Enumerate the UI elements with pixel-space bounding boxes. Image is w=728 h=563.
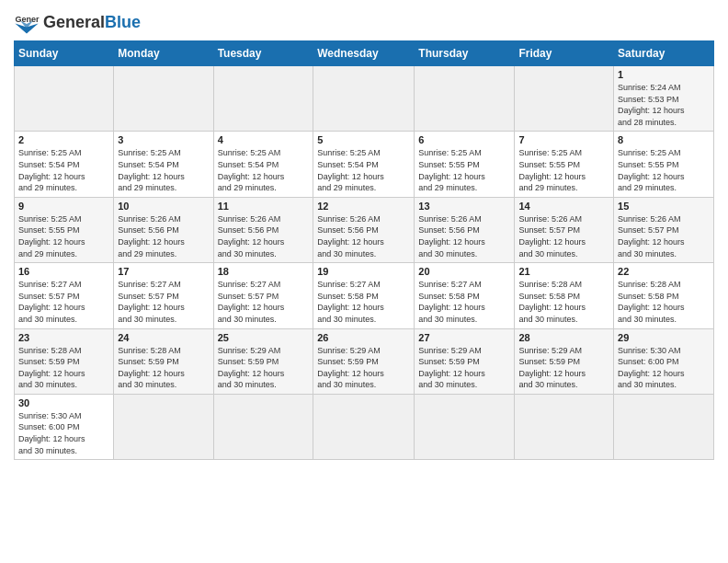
day-info: Sunrise: 5:28 AM Sunset: 5:58 PM Dayligh… <box>618 279 710 325</box>
calendar-day-cell: 18Sunrise: 5:27 AM Sunset: 5:57 PM Dayli… <box>213 263 313 328</box>
calendar-day-cell <box>313 66 415 132</box>
calendar-week-row: 2Sunrise: 5:25 AM Sunset: 5:54 PM Daylig… <box>15 132 714 197</box>
day-info: Sunrise: 5:27 AM Sunset: 5:57 PM Dayligh… <box>118 279 209 325</box>
calendar-day-cell: 22Sunrise: 5:28 AM Sunset: 5:58 PM Dayli… <box>614 263 714 328</box>
day-number: 18 <box>218 266 310 277</box>
day-number: 27 <box>418 332 510 343</box>
calendar-day-cell: 4Sunrise: 5:25 AM Sunset: 5:54 PM Daylig… <box>213 132 313 197</box>
calendar-day-cell <box>114 66 213 132</box>
day-number: 28 <box>518 332 609 343</box>
day-info: Sunrise: 5:25 AM Sunset: 5:54 PM Dayligh… <box>118 147 209 193</box>
calendar-day-cell: 6Sunrise: 5:25 AM Sunset: 5:55 PM Daylig… <box>415 132 515 197</box>
day-of-week-header: Monday <box>114 41 213 66</box>
calendar-day-cell <box>213 66 313 132</box>
day-number: 6 <box>418 134 510 145</box>
day-number: 10 <box>118 201 209 212</box>
calendar-day-cell: 1Sunrise: 5:24 AM Sunset: 5:53 PM Daylig… <box>614 66 714 132</box>
day-info: Sunrise: 5:29 AM Sunset: 5:59 PM Dayligh… <box>518 345 609 391</box>
day-info: Sunrise: 5:29 AM Sunset: 5:59 PM Dayligh… <box>218 345 310 391</box>
day-info: Sunrise: 5:26 AM Sunset: 5:56 PM Dayligh… <box>418 213 510 259</box>
calendar-day-cell: 20Sunrise: 5:27 AM Sunset: 5:58 PM Dayli… <box>415 263 515 328</box>
calendar-day-cell: 29Sunrise: 5:30 AM Sunset: 6:00 PM Dayli… <box>614 328 714 394</box>
day-info: Sunrise: 5:28 AM Sunset: 5:59 PM Dayligh… <box>18 345 109 391</box>
calendar-week-row: 23Sunrise: 5:28 AM Sunset: 5:59 PM Dayli… <box>15 328 714 394</box>
day-number: 29 <box>618 332 710 343</box>
calendar-week-row: 30Sunrise: 5:30 AM Sunset: 6:00 PM Dayli… <box>15 394 714 459</box>
day-of-week-header: Sunday <box>15 41 114 66</box>
day-info: Sunrise: 5:28 AM Sunset: 5:59 PM Dayligh… <box>118 345 209 391</box>
day-number: 11 <box>218 201 310 212</box>
day-info: Sunrise: 5:26 AM Sunset: 5:57 PM Dayligh… <box>618 213 710 259</box>
calendar-day-cell <box>515 66 614 132</box>
day-info: Sunrise: 5:27 AM Sunset: 5:58 PM Dayligh… <box>418 279 510 325</box>
calendar-day-cell: 30Sunrise: 5:30 AM Sunset: 6:00 PM Dayli… <box>15 394 114 459</box>
day-of-week-header: Thursday <box>415 41 515 66</box>
calendar-day-cell <box>614 394 714 459</box>
day-number: 2 <box>18 134 109 145</box>
day-info: Sunrise: 5:25 AM Sunset: 5:55 PM Dayligh… <box>518 147 609 193</box>
day-info: Sunrise: 5:27 AM Sunset: 5:57 PM Dayligh… <box>18 279 109 325</box>
logo: General GeneralBlue <box>14 9 141 35</box>
day-info: Sunrise: 5:30 AM Sunset: 6:00 PM Dayligh… <box>18 410 109 456</box>
calendar-day-cell: 8Sunrise: 5:25 AM Sunset: 5:55 PM Daylig… <box>614 132 714 197</box>
day-number: 26 <box>317 332 410 343</box>
day-number: 25 <box>218 332 310 343</box>
day-number: 19 <box>317 266 410 277</box>
calendar-day-cell: 28Sunrise: 5:29 AM Sunset: 5:59 PM Dayli… <box>515 328 614 394</box>
calendar-week-row: 16Sunrise: 5:27 AM Sunset: 5:57 PM Dayli… <box>15 263 714 328</box>
calendar-day-cell: 16Sunrise: 5:27 AM Sunset: 5:57 PM Dayli… <box>15 263 114 328</box>
day-of-week-header: Tuesday <box>213 41 313 66</box>
day-info: Sunrise: 5:29 AM Sunset: 5:59 PM Dayligh… <box>418 345 510 391</box>
calendar-day-cell: 9Sunrise: 5:25 AM Sunset: 5:55 PM Daylig… <box>15 197 114 262</box>
calendar-day-cell: 5Sunrise: 5:25 AM Sunset: 5:54 PM Daylig… <box>313 132 415 197</box>
calendar-day-cell <box>15 66 114 132</box>
calendar-day-cell: 26Sunrise: 5:29 AM Sunset: 5:59 PM Dayli… <box>313 328 415 394</box>
day-number: 15 <box>618 201 710 212</box>
day-info: Sunrise: 5:26 AM Sunset: 5:56 PM Dayligh… <box>118 213 209 259</box>
day-number: 3 <box>118 134 209 145</box>
day-info: Sunrise: 5:26 AM Sunset: 5:56 PM Dayligh… <box>317 213 410 259</box>
calendar-day-cell <box>515 394 614 459</box>
generalblue-logo-icon: General <box>14 9 40 35</box>
svg-text:General: General <box>15 15 40 24</box>
calendar-day-cell <box>114 394 213 459</box>
day-number: 24 <box>118 332 209 343</box>
calendar-day-cell: 12Sunrise: 5:26 AM Sunset: 5:56 PM Dayli… <box>313 197 415 262</box>
day-info: Sunrise: 5:25 AM Sunset: 5:54 PM Dayligh… <box>317 147 410 193</box>
day-info: Sunrise: 5:25 AM Sunset: 5:55 PM Dayligh… <box>618 147 710 193</box>
day-info: Sunrise: 5:26 AM Sunset: 5:56 PM Dayligh… <box>218 213 310 259</box>
calendar-header: SundayMondayTuesdayWednesdayThursdayFrid… <box>15 41 714 66</box>
day-info: Sunrise: 5:29 AM Sunset: 5:59 PM Dayligh… <box>317 345 410 391</box>
calendar-day-cell: 21Sunrise: 5:28 AM Sunset: 5:58 PM Dayli… <box>515 263 614 328</box>
day-of-week-header: Friday <box>515 41 614 66</box>
day-info: Sunrise: 5:26 AM Sunset: 5:57 PM Dayligh… <box>518 213 609 259</box>
calendar-table: SundayMondayTuesdayWednesdayThursdayFrid… <box>14 40 714 460</box>
day-number: 17 <box>118 266 209 277</box>
day-number: 23 <box>18 332 109 343</box>
calendar-day-cell <box>213 394 313 459</box>
calendar-day-cell: 25Sunrise: 5:29 AM Sunset: 5:59 PM Dayli… <box>213 328 313 394</box>
day-info: Sunrise: 5:25 AM Sunset: 5:55 PM Dayligh… <box>418 147 510 193</box>
calendar-day-cell <box>313 394 415 459</box>
day-number: 7 <box>518 134 609 145</box>
day-info: Sunrise: 5:27 AM Sunset: 5:58 PM Dayligh… <box>317 279 410 325</box>
calendar-day-cell: 2Sunrise: 5:25 AM Sunset: 5:54 PM Daylig… <box>15 132 114 197</box>
day-info: Sunrise: 5:25 AM Sunset: 5:55 PM Dayligh… <box>18 213 109 259</box>
logo-text: GeneralBlue <box>43 14 141 30</box>
calendar-day-cell: 23Sunrise: 5:28 AM Sunset: 5:59 PM Dayli… <box>15 328 114 394</box>
calendar-day-cell: 7Sunrise: 5:25 AM Sunset: 5:55 PM Daylig… <box>515 132 614 197</box>
day-info: Sunrise: 5:24 AM Sunset: 5:53 PM Dayligh… <box>618 82 710 128</box>
calendar-day-cell: 10Sunrise: 5:26 AM Sunset: 5:56 PM Dayli… <box>114 197 213 262</box>
day-info: Sunrise: 5:28 AM Sunset: 5:58 PM Dayligh… <box>518 279 609 325</box>
day-number: 5 <box>317 134 410 145</box>
calendar-day-cell <box>415 394 515 459</box>
day-number: 30 <box>18 397 109 408</box>
day-number: 14 <box>518 201 609 212</box>
day-number: 9 <box>18 201 109 212</box>
calendar-week-row: 9Sunrise: 5:25 AM Sunset: 5:55 PM Daylig… <box>15 197 714 262</box>
day-number: 12 <box>317 201 410 212</box>
day-info: Sunrise: 5:27 AM Sunset: 5:57 PM Dayligh… <box>218 279 310 325</box>
day-number: 8 <box>618 134 710 145</box>
calendar-day-cell: 3Sunrise: 5:25 AM Sunset: 5:54 PM Daylig… <box>114 132 213 197</box>
calendar-day-cell: 27Sunrise: 5:29 AM Sunset: 5:59 PM Dayli… <box>415 328 515 394</box>
